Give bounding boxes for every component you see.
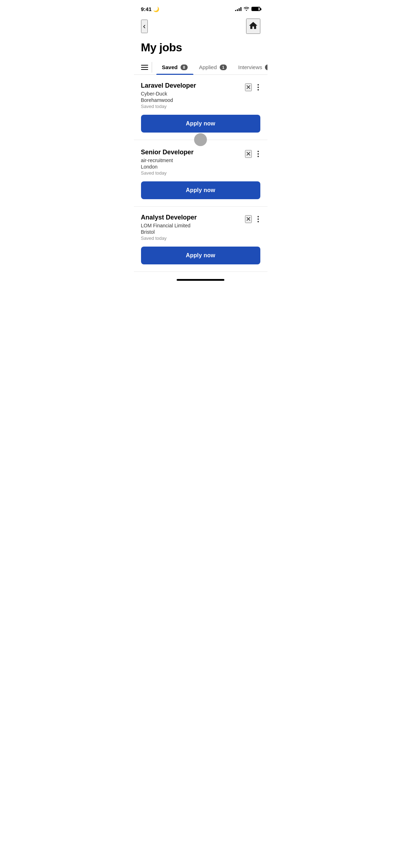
tab-applied-label: Applied xyxy=(199,64,217,70)
tab-applied-badge: 1 xyxy=(220,64,227,70)
job-saved-time: Saved today xyxy=(141,104,245,109)
job-location: Bristol xyxy=(141,229,245,235)
tab-applied[interactable]: Applied 1 xyxy=(193,60,233,74)
menu-button[interactable] xyxy=(141,62,152,73)
job-info: Senior Developer air-recruitment London … xyxy=(141,149,245,176)
jobs-list: Laravel Developer Cyber-Duck Borehamwood… xyxy=(134,75,267,272)
job-title: Laravel Developer xyxy=(141,82,245,89)
home-icon xyxy=(248,21,258,31)
job-card-actions: ✕ xyxy=(245,149,260,158)
home-indicator xyxy=(134,275,267,284)
apply-now-button[interactable]: Apply now xyxy=(141,247,260,264)
tab-saved-badge: 8 xyxy=(181,64,188,70)
drag-handle xyxy=(194,133,207,146)
status-bar: 9:41 🌙 xyxy=(134,0,267,16)
more-options-button[interactable] xyxy=(256,83,260,91)
job-saved-time: Saved today xyxy=(141,170,245,176)
remove-job-button[interactable]: ✕ xyxy=(245,150,252,158)
tab-saved-label: Saved xyxy=(162,64,178,70)
remove-job-button[interactable]: ✕ xyxy=(245,83,252,91)
more-options-button[interactable] xyxy=(256,215,260,223)
home-button[interactable] xyxy=(246,19,260,34)
status-time: 9:41 🌙 xyxy=(141,6,159,12)
tabs-container: Saved 8 Applied 1 Interviews 0 xyxy=(134,60,267,75)
apply-now-button[interactable]: Apply now xyxy=(141,181,260,199)
job-card: Laravel Developer Cyber-Duck Borehamwood… xyxy=(134,75,267,140)
job-info: Laravel Developer Cyber-Duck Borehamwood… xyxy=(141,82,245,109)
apply-now-button[interactable]: Apply now xyxy=(141,115,260,133)
tab-interviews-badge: 0 xyxy=(265,64,267,70)
job-saved-time: Saved today xyxy=(141,236,245,241)
job-card-header: Senior Developer air-recruitment London … xyxy=(141,149,260,176)
job-company: air-recruitment xyxy=(141,157,245,163)
signal-icon xyxy=(235,7,241,11)
wifi-icon xyxy=(244,6,249,12)
more-options-button[interactable] xyxy=(256,150,260,158)
back-button[interactable]: ‹ xyxy=(141,20,148,33)
job-card-header: Laravel Developer Cyber-Duck Borehamwood… xyxy=(141,82,260,109)
job-card: Analyst Developer LOM Financial Limited … xyxy=(134,207,267,272)
remove-job-button[interactable]: ✕ xyxy=(245,215,252,223)
job-card-header: Analyst Developer LOM Financial Limited … xyxy=(141,214,260,241)
job-company: LOM Financial Limited xyxy=(141,223,245,228)
nav-bar: ‹ xyxy=(134,16,267,40)
job-card-actions: ✕ xyxy=(245,214,260,223)
job-title: Senior Developer xyxy=(141,149,245,156)
job-card: Senior Developer air-recruitment London … xyxy=(134,140,267,207)
job-title: Analyst Developer xyxy=(141,214,245,221)
page-title: My jobs xyxy=(134,40,267,60)
job-company: Cyber-Duck xyxy=(141,91,245,97)
job-card-actions: ✕ xyxy=(245,82,260,91)
tab-saved[interactable]: Saved 8 xyxy=(156,60,193,74)
status-icons xyxy=(235,6,260,12)
battery-icon xyxy=(251,7,260,11)
tab-interviews-label: Interviews xyxy=(238,64,262,70)
job-location: Borehamwood xyxy=(141,97,245,103)
job-info: Analyst Developer LOM Financial Limited … xyxy=(141,214,245,241)
job-location: London xyxy=(141,164,245,170)
tab-interviews[interactable]: Interviews 0 xyxy=(233,60,267,74)
